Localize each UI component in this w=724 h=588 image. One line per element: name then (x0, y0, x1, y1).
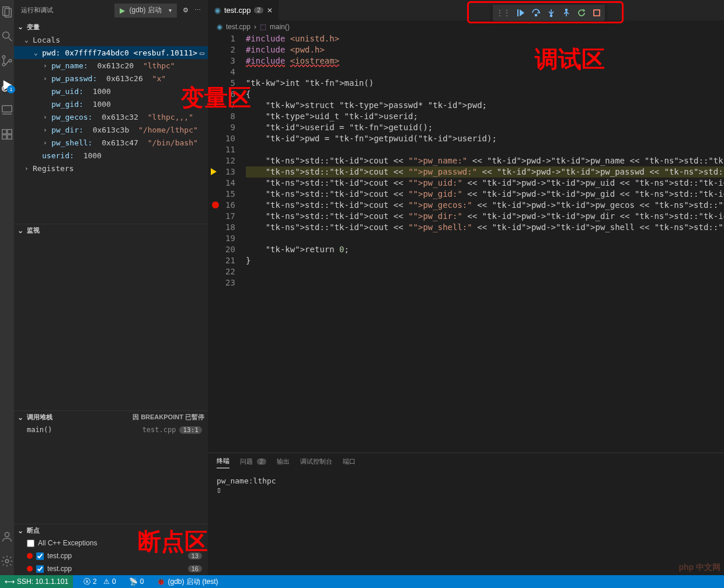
var-pw-uid[interactable]: › pw_uid: 1000 (14, 85, 208, 98)
bp-item-1[interactable]: test.cpp 13 (14, 549, 208, 562)
source-control-icon[interactable] (0, 54, 14, 68)
bp-all-exceptions[interactable]: All C++ Exceptions (14, 537, 208, 549)
var-pw-passwd[interactable]: › pw_passwd: 0x613c26 "x" (14, 72, 208, 85)
launch-label: (gdb) 启动 (130, 5, 162, 15)
step-over-button[interactable] (531, 8, 541, 18)
panel-tabs: 终端 问题 2 输出 调试控制台 端口 (208, 453, 724, 472)
tab-terminal[interactable]: 终端 (217, 457, 229, 468)
status-ports[interactable]: 📡0 (127, 575, 147, 588)
cpp-file-icon: ◉ (214, 6, 221, 15)
variables-body: ⌄Locals ⌄pwd: 0x7ffff7a4bdc0 <resbuf.101… (14, 33, 208, 175)
step-out-button[interactable] (562, 8, 571, 18)
svg-rect-24 (594, 10, 600, 16)
step-into-button[interactable] (547, 8, 556, 18)
tab-debug-console[interactable]: 调试控制台 (300, 457, 332, 468)
chevron-down-icon: ▾ (169, 7, 172, 13)
sidebar-header: 运行和调试 ▶ (gdb) 启动 ▾ ⚙ ⋯ (14, 0, 208, 20)
run-debug-icon[interactable]: 1 (0, 78, 14, 92)
svg-rect-9 (2, 106, 12, 112)
svg-point-4 (2, 55, 5, 58)
var-pw-gid[interactable]: › pw_gid: 1000 (14, 98, 208, 110)
svg-point-2 (3, 32, 9, 39)
editor-tabs: ◉ test.cpp 2 ✕ (208, 0, 724, 20)
svg-rect-13 (2, 135, 6, 139)
explorer-icon[interactable] (0, 5, 14, 19)
callstack-section-header[interactable]: ⌄调用堆栈 因 BREAKPOINT 已暫停 (14, 410, 208, 423)
callstack-label: 调用堆栈 (27, 413, 53, 422)
error-icon: ⓧ (83, 577, 90, 587)
debug-badge: 1 (7, 85, 15, 93)
tab-problems[interactable]: 问题 2 (240, 457, 266, 468)
drag-grip-icon[interactable]: ⋮⋮ (496, 9, 510, 17)
activity-bar: 1 (0, 0, 14, 575)
settings-icon[interactable] (0, 554, 14, 568)
symbol-icon: ⬚ (260, 23, 266, 31)
svg-rect-12 (8, 130, 12, 134)
restart-button[interactable] (577, 8, 586, 18)
var-pw-shell[interactable]: › pw_shell: 0x613c47 "/bin/bash" (14, 136, 208, 149)
svg-line-3 (9, 38, 12, 41)
object-icon: ▭ (200, 48, 204, 57)
variables-label: 变量 (27, 23, 40, 32)
svg-point-19 (535, 15, 537, 16)
bp-item-2[interactable]: test.cpp 16 (14, 562, 208, 575)
status-bar: ⟷ SSH: 10.1.1.101 ⓧ2 ⚠0 📡0 🐞(gdb) 启动 (te… (0, 575, 724, 588)
watch-section-header[interactable]: ⌄监视 (14, 224, 208, 236)
cpp-file-icon: ◉ (217, 23, 222, 31)
bp-checkbox[interactable] (36, 552, 44, 560)
tab-test-cpp[interactable]: ◉ test.cpp 2 ✕ (208, 0, 279, 20)
remote-explorer-icon[interactable] (0, 103, 14, 117)
watermark: php 中文网 (678, 562, 720, 573)
warning-icon: ⚠ (103, 577, 110, 586)
code-editor[interactable]: 1234567891011121314151617181920212223 #i… (208, 33, 724, 453)
svg-rect-17 (517, 9, 518, 16)
status-problems[interactable]: ⓧ2 ⚠0 (81, 575, 119, 588)
var-pw-gecos[interactable]: › pw_gecos: 0x613c32 "lthpc,,," (14, 110, 208, 123)
var-pwd[interactable]: ⌄pwd: 0x7ffff7a4bdc0 <resbuf.10111> ▭ (14, 46, 208, 59)
var-userid[interactable]: › userid: 1000 (14, 149, 208, 162)
continue-button[interactable] (516, 8, 525, 18)
variables-section-header[interactable]: ⌄变量 (14, 20, 208, 33)
bp-dot-icon (27, 553, 33, 559)
tab-output[interactable]: 输出 (277, 457, 290, 468)
sidebar-title: 运行和调试 (21, 6, 53, 15)
gear-icon[interactable]: ⚙ (183, 6, 189, 14)
bottom-panel: 终端 问题 2 输出 调试控制台 端口 pw_name:lthpc ▯ (208, 453, 724, 575)
var-pw-dir[interactable]: › pw_dir: 0x613c3b "/home/lthpc" (14, 123, 208, 136)
debug-toolbar[interactable]: ⋮⋮ (493, 5, 605, 21)
status-debug[interactable]: 🐞(gdb) 启动 (test) (154, 575, 220, 588)
callstack-frame[interactable]: main() test.cpp 13:1 (14, 423, 208, 436)
remote-icon: ⟷ (5, 577, 15, 586)
svg-point-15 (5, 533, 9, 537)
radio-icon: 📡 (129, 577, 138, 586)
close-icon[interactable]: ✕ (267, 6, 273, 15)
callstack-caption: 因 BREAKPOINT 已暫停 (133, 413, 204, 422)
bp-checkbox[interactable] (36, 565, 44, 573)
debug-sidebar: 运行和调试 ▶ (gdb) 启动 ▾ ⚙ ⋯ ⌄变量 ⌄Locals ⌄pwd:… (14, 0, 208, 575)
tab-ports[interactable]: 端口 (343, 457, 356, 468)
status-remote[interactable]: ⟷ SSH: 10.1.1.101 (0, 575, 73, 588)
svg-rect-11 (2, 130, 6, 134)
registers-scope[interactable]: ›Registers (14, 162, 208, 175)
stop-button[interactable] (592, 8, 601, 18)
bp-all-checkbox[interactable] (27, 540, 34, 547)
bp-dot-icon (27, 566, 33, 572)
watch-label: 监视 (27, 226, 40, 235)
breakpoints-section-header[interactable]: ⌄断点 (14, 524, 208, 537)
debug-icon: 🐞 (156, 577, 165, 586)
tab-mod-count: 2 (254, 7, 263, 13)
breadcrumb[interactable]: ◉ test.cpp › ⬚ main() (208, 20, 724, 33)
locals-scope[interactable]: ⌄Locals (14, 33, 208, 46)
extensions-icon[interactable] (0, 127, 14, 141)
svg-point-21 (551, 15, 552, 17)
terminal-content[interactable]: pw_name:lthpc ▯ (208, 472, 724, 575)
search-icon[interactable] (0, 29, 14, 43)
more-icon[interactable]: ⋯ (194, 6, 201, 14)
svg-marker-18 (520, 9, 524, 16)
svg-point-16 (5, 559, 9, 563)
play-icon: ▶ (120, 6, 125, 15)
account-icon[interactable] (0, 530, 14, 544)
editor-area: ◉ test.cpp 2 ✕ ◉ test.cpp › ⬚ main() 123… (208, 0, 724, 575)
launch-config-select[interactable]: ▶ (gdb) 启动 ▾ (114, 4, 177, 18)
var-pw-name[interactable]: › pw_name: 0x613c20 "lthpc" (14, 59, 208, 72)
